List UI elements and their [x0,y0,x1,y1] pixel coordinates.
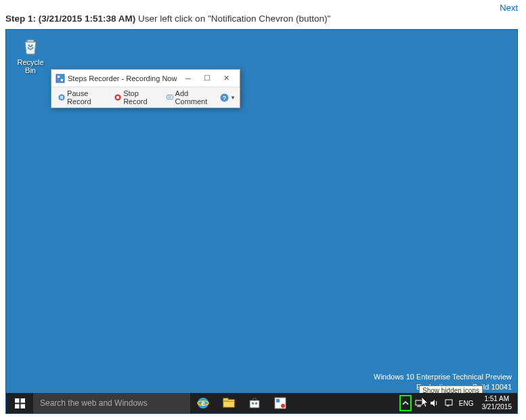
steps-recorder-title: Steps Recorder - Recording Now [68,74,179,83]
svg-rect-21 [223,400,234,407]
svg-rect-22 [223,398,228,400]
recycle-bin-label: Recycle Bin [14,58,47,74]
svg-rect-6 [62,96,63,99]
step-description: User left click on "Notification Chevron… [138,14,330,24]
system-tray: ENG 1:51 AM 3/21/2015 [399,393,517,413]
maximize-button[interactable]: ☐ [198,72,217,85]
svg-rect-5 [60,96,62,99]
steps-recorder-titlebar[interactable]: Steps Recorder - Recording Now ─ ☐ ✕ [51,70,240,87]
clock-time: 1:51 AM [482,395,512,403]
svg-rect-28 [276,399,280,402]
svg-point-4 [58,94,64,100]
start-button[interactable] [6,393,33,413]
taskbar-search[interactable]: Search the web and Windows [33,393,190,413]
steps-recorder-window: Steps Recorder - Recording Now ─ ☐ ✕ Pau… [51,69,240,108]
stop-record-button[interactable]: Stop Record [112,88,158,107]
minimize-button[interactable]: ─ [179,72,198,85]
help-dropdown[interactable]: ? ▼ [220,93,236,102]
desktop-screenshot: Recycle Bin Steps Recorder - Recording N… [5,29,518,414]
taskbar-ie[interactable]: e [190,393,216,413]
svg-rect-33 [445,400,452,405]
svg-rect-1 [56,74,64,83]
svg-rect-9 [167,95,173,99]
taskbar: Search the web and Windows e [6,393,517,413]
taskbar-store[interactable] [242,393,267,413]
comment-icon [167,93,173,102]
svg-rect-24 [250,400,259,408]
steps-recorder-app-icon [56,74,65,83]
taskbar-steps-recorder[interactable] [267,393,293,413]
next-link[interactable]: Next [500,3,518,13]
recycle-bin-icon [20,35,41,57]
step-header: Step 1: (3/21/2015 1:51:38 AM) User left… [0,0,526,29]
watermark-line1: Windows 10 Enterprise Technical Preview [374,372,512,381]
taskbar-clock[interactable]: 1:51 AM 3/21/2015 [477,395,518,411]
svg-rect-25 [252,402,254,404]
steps-recorder-toolbar: Pause Record Stop Record Add Comment ? ▼ [51,87,240,108]
stop-record-label: Stop Record [123,89,155,106]
pause-record-label: Pause Record [67,89,104,106]
svg-rect-17 [20,404,25,409]
close-button[interactable]: ✕ [217,72,236,85]
svg-rect-26 [255,402,257,404]
step-number-timestamp: Step 1: (3/21/2015 1:51:38 AM) [5,14,135,24]
svg-rect-0 [27,40,34,42]
recycle-bin[interactable]: Recycle Bin [14,35,47,74]
stop-icon [114,93,121,102]
svg-text:e: e [201,400,205,407]
svg-rect-8 [116,96,119,99]
language-indicator[interactable]: ENG [456,400,477,407]
help-icon: ? [220,93,229,102]
svg-rect-23 [224,401,234,402]
clock-date: 3/21/2015 [482,403,512,411]
taskbar-file-explorer[interactable] [216,393,242,413]
notification-chevron[interactable] [399,395,412,411]
pause-record-button[interactable]: Pause Record [56,88,106,107]
svg-rect-2 [58,76,60,78]
svg-rect-14 [15,398,20,403]
svg-rect-15 [20,398,25,403]
tray-action-center-icon[interactable] [441,393,456,413]
chevron-down-icon: ▼ [230,95,236,101]
add-comment-label: Add Comment [175,89,213,106]
mouse-cursor-icon [422,397,430,408]
pause-icon [58,93,65,102]
add-comment-button[interactable]: Add Comment [164,88,215,107]
svg-point-29 [281,404,285,408]
svg-rect-3 [61,79,63,81]
svg-text:?: ? [223,95,227,101]
svg-rect-16 [15,404,20,409]
search-placeholder: Search the web and Windows [40,398,148,408]
